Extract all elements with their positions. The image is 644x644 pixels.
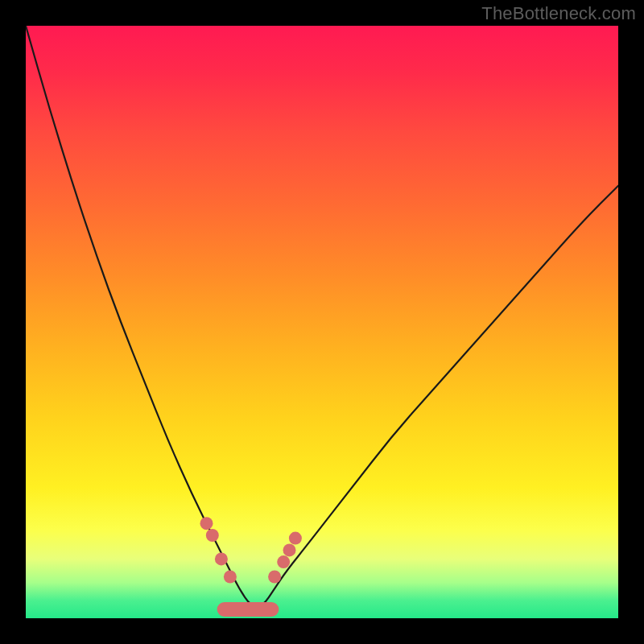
watermark-text: TheBottleneck.com bbox=[481, 3, 636, 24]
plot-area bbox=[26, 26, 618, 618]
chart-frame: TheBottleneck.com bbox=[0, 0, 644, 644]
heat-gradient-background bbox=[26, 26, 618, 618]
